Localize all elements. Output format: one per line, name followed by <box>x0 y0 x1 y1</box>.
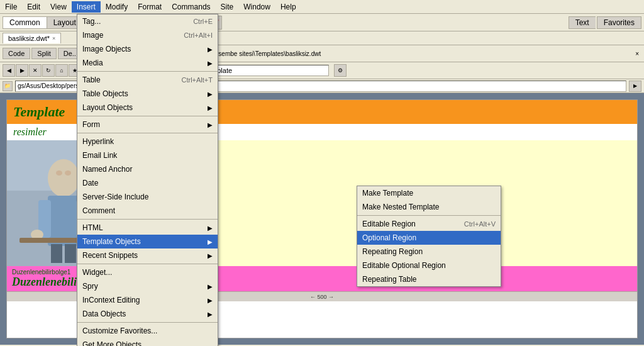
menu-sep-3 <box>77 133 218 133</box>
addr-bar-icon[interactable]: 📁 <box>3 81 13 91</box>
submenu-repeating-region[interactable]: Repeating Region <box>357 245 501 259</box>
menu-format[interactable]: Format <box>133 1 167 13</box>
menu-hyperlink[interactable]: Hyperlink <box>77 135 218 148</box>
submenu-make-nested[interactable]: Make Nested Template <box>357 200 501 214</box>
menu-get-more[interactable]: Get More Objects... <box>77 338 218 346</box>
nav-refresh[interactable]: ↻ <box>42 64 55 77</box>
nav-forward[interactable]: ▶ <box>16 64 28 77</box>
svg-point-11 <box>56 170 62 176</box>
menu-modify[interactable]: Modify <box>101 1 133 13</box>
addr-icon-settings[interactable]: ⚙ <box>334 64 347 77</box>
tab-favorites[interactable]: Favorites <box>597 16 641 29</box>
svg-point-12 <box>65 170 71 176</box>
menu-form[interactable]: Form ▶ <box>77 118 218 131</box>
submenu-optional-region[interactable]: Optional Region <box>357 231 501 245</box>
menu-named-anchor[interactable]: Named Anchor <box>77 162 218 176</box>
ruler-text: ← 500 → <box>310 294 334 300</box>
file-tab[interactable]: basliksiz.dwt* × <box>3 33 61 43</box>
nav-back[interactable]: ◀ <box>3 64 15 77</box>
menu-table-objects[interactable]: Table Objects ▶ <box>77 87 218 101</box>
template-objects-submenu: Make Template Make Nested Template Edita… <box>357 186 501 287</box>
svg-rect-6 <box>51 244 62 263</box>
menu-commands[interactable]: Commands <box>167 1 215 13</box>
view-row: Code Split De... <box>0 45 87 62</box>
menu-site[interactable]: Site <box>216 1 239 13</box>
btn-code[interactable]: Code <box>3 48 30 59</box>
menu-edit[interactable]: Edit <box>22 1 45 13</box>
menu-layout-objects[interactable]: Layout Objects ▶ <box>77 101 218 114</box>
menu-date[interactable]: Date <box>77 176 218 190</box>
menu-template-objects[interactable]: Template Objects ▶ <box>77 235 218 248</box>
template-sub-text: resimler <box>13 126 47 137</box>
svg-point-2 <box>48 159 79 197</box>
menu-media[interactable]: Media ▶ <box>77 56 218 70</box>
menu-comment[interactable]: Comment <box>77 204 218 218</box>
menu-tag[interactable]: Tag... Ctrl+E <box>77 14 218 28</box>
template-header-text: Template <box>13 104 65 120</box>
tab-text[interactable]: Text <box>569 16 596 29</box>
menu-sep-5 <box>77 264 218 264</box>
submenu-editable-optional[interactable]: Editable Optional Region <box>357 259 501 272</box>
insert-menu: Tag... Ctrl+E Image Ctrl+Alt+I Image Obj… <box>77 14 218 346</box>
title-input[interactable] <box>203 65 329 76</box>
menu-view[interactable]: View <box>45 1 72 13</box>
menu-insert[interactable]: Insert <box>72 1 101 13</box>
menu-ssi[interactable]: Server-Side Include <box>77 190 218 204</box>
menu-sep-4 <box>77 219 218 220</box>
menu-window[interactable]: Window <box>238 1 275 13</box>
menu-spry[interactable]: Spry ▶ <box>77 279 218 293</box>
menu-sep-6 <box>77 322 218 323</box>
submenu-make-template[interactable]: Make Template <box>357 186 501 200</box>
window-close[interactable]: × <box>633 50 641 57</box>
menu-image-objects[interactable]: Image Objects ▶ <box>77 42 218 56</box>
menu-help[interactable]: Help <box>275 1 301 13</box>
template-sep-1 <box>357 215 501 216</box>
file-tab-name: basliksiz.dwt* <box>8 35 50 42</box>
svg-rect-7 <box>65 244 76 263</box>
btn-split[interactable]: Split <box>31 48 56 59</box>
menu-email-link[interactable]: Email Link <box>77 148 218 162</box>
menu-incontext[interactable]: InContext Editing ▶ <box>77 293 218 307</box>
submenu-editable-region[interactable]: Editable Region Ctrl+Alt+V <box>357 217 501 231</box>
menu-sep-2 <box>77 116 218 116</box>
menu-customize[interactable]: Customize Favorites... <box>77 324 218 338</box>
menu-widget[interactable]: Widget... <box>77 265 218 279</box>
menu-sep-1 <box>77 71 218 72</box>
menu-file[interactable]: File <box>0 1 22 13</box>
menu-recent-snippets[interactable]: Recent Snippets ▶ <box>77 248 218 262</box>
nav-home[interactable]: ⌂ <box>55 64 68 77</box>
menu-image[interactable]: Image Ctrl+Alt+I <box>77 28 218 42</box>
tab-common[interactable]: Common <box>3 16 47 29</box>
menu-data-objects[interactable]: Data Objects ▶ <box>77 307 218 321</box>
menu-table[interactable]: Table Ctrl+Alt+T <box>77 73 218 87</box>
addr-bar-go[interactable]: ▶ <box>629 81 641 92</box>
menu-html[interactable]: HTML ▶ <box>77 221 218 235</box>
menu-bar: File Edit View Insert Modify Format Comm… <box>0 0 644 14</box>
submenu-repeating-table[interactable]: Repeating Table <box>357 272 501 286</box>
nav-stop[interactable]: ✕ <box>29 64 42 77</box>
file-tab-close[interactable]: × <box>52 35 55 42</box>
